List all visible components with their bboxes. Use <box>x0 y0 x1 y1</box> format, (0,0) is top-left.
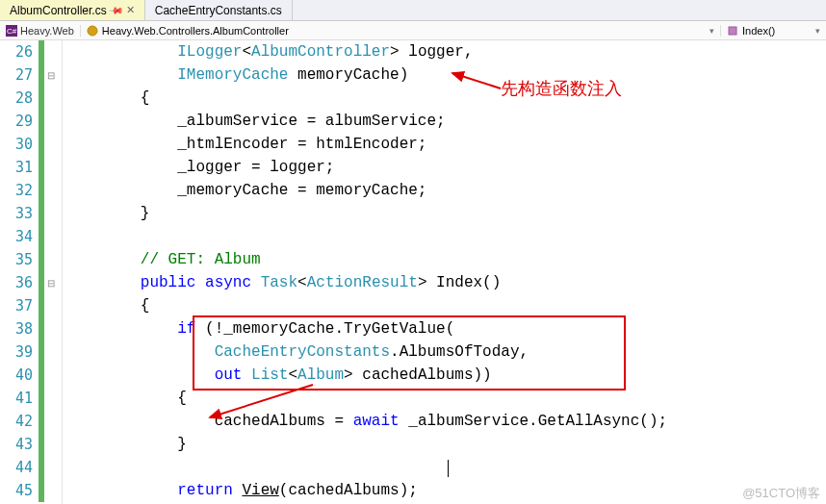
code-line[interactable]: out List<Album> cachedAlbums)) <box>66 364 826 387</box>
code-line[interactable] <box>66 225 826 248</box>
watermark: @51CTO博客 <box>742 485 820 502</box>
gutter-row: 32 <box>0 179 62 202</box>
code-line[interactable]: IMemoryCache memoryCache) <box>66 63 826 87</box>
navigation-bar: C# Heavy.Web Heavy.Web.Controllers.Album… <box>0 21 826 40</box>
member-name: Index() <box>742 25 775 37</box>
tab-label: AlbumController.cs <box>10 4 107 17</box>
gutter-row: 39 <box>0 340 62 364</box>
line-number-gutter: 2627⊟282930313233343536⊟3738394041424344… <box>0 40 63 504</box>
project-dropdown[interactable]: C# Heavy.Web <box>0 25 80 37</box>
change-bar <box>39 433 44 456</box>
code-line[interactable]: // GET: Album <box>66 248 826 271</box>
code-line[interactable]: cachedAlbums = await _albumService.GetAl… <box>66 410 826 433</box>
line-number: 38 <box>0 320 39 338</box>
tab-cache-entry-constants[interactable]: CacheEntryConstants.cs <box>145 0 293 20</box>
chevron-down-icon: ▾ <box>815 26 820 36</box>
class-name: Heavy.Web.Controllers.AlbumController <box>102 25 289 37</box>
line-number: 43 <box>0 436 39 453</box>
class-icon <box>87 25 98 37</box>
gutter-row: 31 <box>0 156 62 179</box>
code-line[interactable]: } <box>66 202 826 225</box>
member-dropdown[interactable]: Index() ▾ <box>720 25 826 37</box>
line-number: 40 <box>0 366 39 384</box>
change-bar <box>39 456 44 479</box>
code-line[interactable]: _htmlEncoder = htmlEncoder; <box>66 133 826 156</box>
svg-text:C#: C# <box>7 27 17 36</box>
code-line[interactable]: { <box>66 87 826 110</box>
change-bar <box>39 110 44 133</box>
code-line[interactable] <box>66 456 826 479</box>
chevron-down-icon: ▾ <box>710 26 714 36</box>
code-line[interactable]: ILogger<AlbumController> logger, <box>66 40 826 63</box>
gutter-row: 34 <box>0 225 62 248</box>
line-number: 29 <box>0 113 39 130</box>
line-number: 44 <box>0 459 39 476</box>
change-bar <box>39 248 44 271</box>
gutter-row: 40 <box>0 364 62 387</box>
change-bar <box>39 133 44 156</box>
change-bar <box>39 156 44 179</box>
code-line[interactable]: CacheEntryConstants.AlbumsOfToday, <box>66 340 826 364</box>
line-number: 27 <box>0 66 39 84</box>
fold-toggle[interactable]: ⊟ <box>44 278 58 289</box>
gutter-row: 28 <box>0 87 62 110</box>
code-editor[interactable]: 2627⊟282930313233343536⊟3738394041424344… <box>0 40 826 504</box>
line-number: 34 <box>0 228 39 245</box>
code-area[interactable]: ILogger<AlbumController> logger, IMemory… <box>63 40 826 504</box>
change-bar <box>39 410 44 433</box>
gutter-row: 27⊟ <box>0 63 62 87</box>
change-bar <box>39 179 44 202</box>
change-bar <box>39 317 44 340</box>
gutter-row: 38 <box>0 317 62 340</box>
method-icon <box>727 25 738 37</box>
change-bar <box>39 479 44 502</box>
tab-label: CacheEntryConstants.cs <box>155 4 282 17</box>
code-line[interactable]: return View(cachedAlbums); <box>66 479 826 502</box>
csharp-project-icon: C# <box>6 25 17 37</box>
line-number: 33 <box>0 205 39 222</box>
svg-point-2 <box>88 26 97 36</box>
change-bar <box>39 202 44 225</box>
svg-rect-3 <box>729 27 736 35</box>
document-tabs: AlbumController.cs 📌 ✕ CacheEntryConstan… <box>0 0 826 21</box>
gutter-row: 35 <box>0 248 62 271</box>
code-line[interactable]: if (!_memoryCache.TryGetValue( <box>66 317 826 340</box>
tab-album-controller[interactable]: AlbumController.cs 📌 ✕ <box>0 0 145 20</box>
gutter-row: 43 <box>0 433 62 456</box>
line-number: 26 <box>0 43 39 61</box>
change-bar <box>39 340 44 364</box>
annotation-text: 先构造函数注入 <box>501 77 622 100</box>
change-bar <box>39 40 44 63</box>
pin-icon[interactable]: 📌 <box>109 2 124 17</box>
change-bar <box>39 87 44 110</box>
code-line[interactable]: public async Task<ActionResult> Index() <box>66 271 826 294</box>
line-number: 31 <box>0 159 39 176</box>
code-line[interactable]: } <box>66 433 826 456</box>
fold-toggle[interactable]: ⊟ <box>44 70 58 81</box>
project-name: Heavy.Web <box>20 25 74 37</box>
code-line[interactable]: _albumService = albumService; <box>66 110 826 133</box>
gutter-row: 45 <box>0 479 62 502</box>
gutter-row: 42 <box>0 410 62 433</box>
line-number: 41 <box>0 390 39 407</box>
close-icon[interactable]: ✕ <box>126 4 135 16</box>
line-number: 32 <box>0 182 39 199</box>
code-line[interactable]: _logger = logger; <box>66 156 826 179</box>
code-line[interactable]: { <box>66 387 826 410</box>
class-dropdown[interactable]: Heavy.Web.Controllers.AlbumController ▾ <box>80 25 720 37</box>
line-number: 45 <box>0 482 39 499</box>
code-line[interactable]: { <box>66 294 826 317</box>
line-number: 36 <box>0 274 39 291</box>
gutter-row: 33 <box>0 202 62 225</box>
gutter-row: 37 <box>0 294 62 317</box>
line-number: 35 <box>0 251 39 268</box>
gutter-row: 41 <box>0 387 62 410</box>
change-bar <box>39 225 44 248</box>
line-number: 37 <box>0 297 39 315</box>
line-number: 39 <box>0 343 39 361</box>
code-line[interactable]: _memoryCache = memoryCache; <box>66 179 826 202</box>
line-number: 42 <box>0 413 39 430</box>
change-bar <box>39 364 44 387</box>
line-number: 28 <box>0 89 39 107</box>
gutter-row: 44 <box>0 456 62 479</box>
